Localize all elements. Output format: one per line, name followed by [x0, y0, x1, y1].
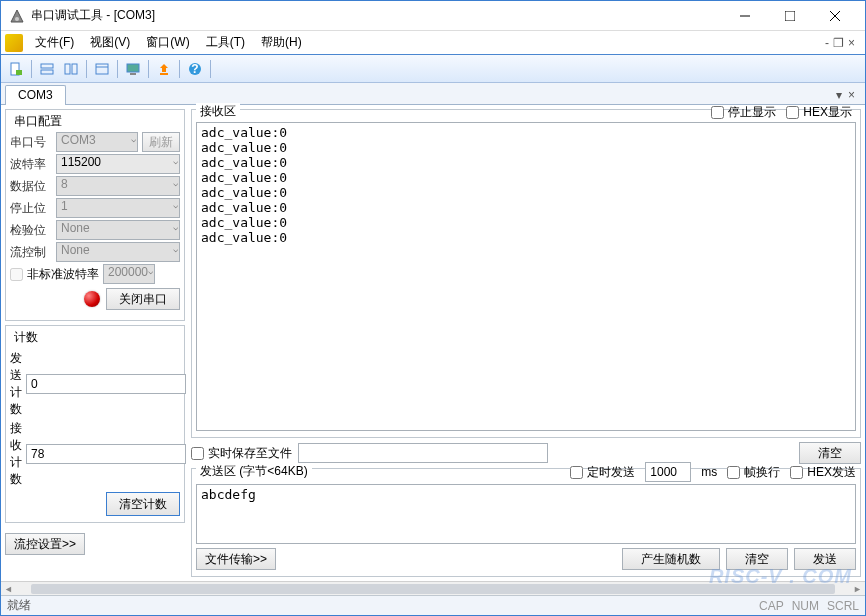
titlebar: 串口调试工具 - [COM3] — [1, 1, 865, 31]
app-icon — [9, 8, 25, 24]
toolbar-vsplit-icon[interactable] — [60, 58, 82, 80]
frame-wrap-checkbox[interactable]: 帧换行 — [727, 464, 780, 481]
svg-rect-9 — [65, 64, 70, 74]
right-panel: 接收区 停止显示 HEX显示 adc_value:0 adc_value:0 a… — [191, 109, 861, 577]
menu-tool[interactable]: 工具(T) — [198, 31, 253, 54]
hex-display-checkbox[interactable]: HEX显示 — [786, 104, 852, 121]
mdi-minimize-icon[interactable]: - — [825, 36, 829, 50]
data-label: 数据位 — [10, 178, 52, 195]
send-button[interactable]: 发送 — [794, 548, 856, 570]
save-path-input[interactable] — [298, 443, 548, 463]
port-status-icon — [84, 291, 100, 307]
menu-file[interactable]: 文件(F) — [27, 31, 82, 54]
status-cap: CAP — [759, 599, 784, 613]
toolbar-window-icon[interactable] — [91, 58, 113, 80]
send-count-label: 发送计数 — [10, 350, 22, 418]
parity-select[interactable]: None — [56, 220, 180, 240]
recv-count-label: 接收计数 — [10, 420, 22, 488]
svg-point-0 — [15, 17, 19, 21]
timer-unit-label: ms — [701, 465, 717, 479]
svg-rect-11 — [96, 64, 108, 74]
minimize-button[interactable] — [722, 2, 767, 30]
menubar-app-icon — [5, 34, 23, 52]
scroll-right-icon[interactable]: ► — [850, 584, 865, 594]
counter-legend: 计数 — [10, 329, 42, 346]
data-select[interactable]: 8 — [56, 176, 180, 196]
recv-fieldset: 接收区 停止显示 HEX显示 adc_value:0 adc_value:0 a… — [191, 109, 861, 438]
send-fieldset: 发送区 (字节<64KB) 定时发送 ms 帧换行 HEX发送 文件传输>> 产… — [191, 468, 861, 577]
toolbar-new-icon[interactable] — [5, 58, 27, 80]
toolbar: ? — [1, 55, 865, 83]
svg-rect-8 — [41, 70, 53, 74]
menu-view[interactable]: 视图(V) — [82, 31, 138, 54]
h-scrollbar[interactable]: ◄ ► — [1, 581, 865, 595]
left-panel: 串口配置 串口号 COM3⌵ 刷新 波特率 115200⌵ 数据位 8⌵ 停止位… — [5, 109, 185, 577]
file-transfer-button[interactable]: 文件传输>> — [196, 548, 276, 570]
nonstd-baud-checkbox[interactable]: 非标准波特率 — [10, 266, 99, 283]
toolbar-upload-icon[interactable] — [153, 58, 175, 80]
save-to-file-checkbox[interactable]: 实时保存至文件 — [191, 445, 292, 462]
send-legend: 发送区 (字节<64KB) — [196, 463, 312, 480]
svg-rect-10 — [72, 64, 77, 74]
random-button[interactable]: 产生随机数 — [622, 548, 720, 570]
port-select[interactable]: COM3 — [56, 132, 138, 152]
baud-label: 波特率 — [10, 156, 52, 173]
baud-select[interactable]: 115200 — [56, 154, 180, 174]
status-num: NUM — [792, 599, 819, 613]
maximize-button[interactable] — [767, 2, 812, 30]
mdi-close-icon[interactable]: × — [848, 36, 855, 50]
scroll-left-icon[interactable]: ◄ — [1, 584, 16, 594]
tab-close-icon[interactable]: × — [848, 88, 855, 102]
flow-settings-button[interactable]: 流控设置>> — [5, 533, 85, 555]
pause-display-checkbox[interactable]: 停止显示 — [711, 104, 776, 121]
toolbar-help-icon[interactable]: ? — [184, 58, 206, 80]
timer-send-checkbox[interactable]: 定时发送 — [570, 464, 635, 481]
recv-legend: 接收区 — [196, 103, 240, 120]
content: 串口配置 串口号 COM3⌵ 刷新 波特率 115200⌵ 数据位 8⌵ 停止位… — [1, 105, 865, 581]
recv-clear-button[interactable]: 清空 — [799, 442, 861, 464]
menubar: 文件(F) 视图(V) 窗口(W) 工具(T) 帮助(H) - ❐ × — [1, 31, 865, 55]
tab-dropdown-icon[interactable]: ▾ — [836, 88, 842, 102]
menu-window[interactable]: 窗口(W) — [138, 31, 197, 54]
serial-config-legend: 串口配置 — [10, 113, 66, 130]
send-clear-button[interactable]: 清空 — [726, 548, 788, 570]
status-scrl: SCRL — [827, 599, 859, 613]
stop-select[interactable]: 1 — [56, 198, 180, 218]
svg-rect-15 — [160, 73, 168, 75]
statusbar: 就绪 CAP NUM SCRL — [1, 595, 865, 615]
svg-rect-2 — [785, 11, 795, 21]
toolbar-monitor-icon[interactable] — [122, 58, 144, 80]
window-title: 串口调试工具 - [COM3] — [31, 7, 722, 24]
tab-com3[interactable]: COM3 — [5, 85, 66, 105]
serial-config-fieldset: 串口配置 串口号 COM3⌵ 刷新 波特率 115200⌵ 数据位 8⌵ 停止位… — [5, 109, 185, 321]
toolbar-hsplit-icon[interactable] — [36, 58, 58, 80]
mdi-restore-icon[interactable]: ❐ — [833, 36, 844, 50]
nonstd-baud-label: 非标准波特率 — [27, 266, 99, 283]
counter-fieldset: 计数 发送计数 接收计数 清空计数 — [5, 325, 185, 523]
status-ready: 就绪 — [7, 597, 31, 614]
svg-rect-7 — [41, 64, 53, 68]
menu-help[interactable]: 帮助(H) — [253, 31, 310, 54]
timer-interval-input[interactable] — [645, 462, 691, 482]
recv-count-value[interactable] — [26, 444, 186, 464]
flow-label: 流控制 — [10, 244, 52, 261]
recv-textarea[interactable]: adc_value:0 adc_value:0 adc_value:0 adc_… — [196, 122, 856, 431]
refresh-button[interactable]: 刷新 — [142, 132, 180, 152]
hex-send-checkbox[interactable]: HEX发送 — [790, 464, 856, 481]
send-count-value[interactable] — [26, 374, 186, 394]
scroll-thumb[interactable] — [31, 584, 835, 594]
close-port-button[interactable]: 关闭串口 — [106, 288, 180, 310]
svg-text:?: ? — [191, 62, 198, 76]
port-label: 串口号 — [10, 134, 52, 151]
flow-select[interactable]: None — [56, 242, 180, 262]
tabbar: COM3 ▾ × — [1, 83, 865, 105]
clear-count-button[interactable]: 清空计数 — [106, 492, 180, 516]
svg-rect-14 — [130, 73, 136, 75]
svg-rect-6 — [16, 70, 22, 75]
stop-label: 停止位 — [10, 200, 52, 217]
close-button[interactable] — [812, 2, 857, 30]
parity-label: 检验位 — [10, 222, 52, 239]
send-textarea[interactable] — [196, 484, 856, 544]
svg-rect-13 — [127, 64, 139, 72]
